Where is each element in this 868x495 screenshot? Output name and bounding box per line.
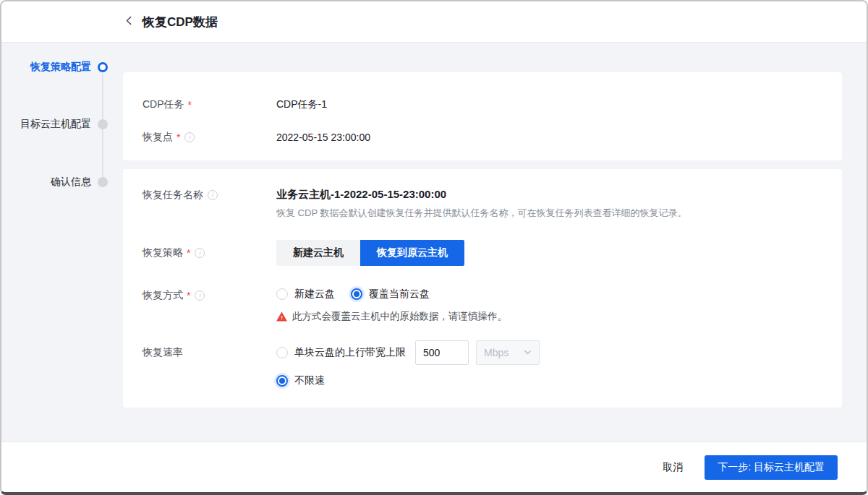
radio-selected-icon <box>351 288 362 300</box>
strategy-option-original-host[interactable]: 恢复到原云主机 <box>360 240 464 266</box>
strategy-segmented-control: 新建云主机 恢复到原云主机 <box>276 240 464 266</box>
mode-control-group: 新建云盘 覆盖当前云盘 此方式会覆盖云主机中的原始数据，请谨慎操作。 <box>276 288 507 323</box>
cdp-task-card: CDP任务 * CDP任务-1 恢复点 * i 2022-05-15 23:00… <box>123 72 842 160</box>
wizard-steps: 恢复策略配置 目标云主机配置 确认信息 <box>1 43 123 442</box>
warning-text: 此方式会覆盖云主机中的原始数据，请谨慎操作。 <box>292 310 507 323</box>
unit-select-value: Mbps <box>484 347 509 358</box>
required-asterisk: * <box>187 290 190 301</box>
step-target-host[interactable]: 目标云主机配置 <box>20 118 123 131</box>
page-body: 恢复策略配置 目标云主机配置 确认信息 CDP任务 * <box>1 43 867 442</box>
warning-triangle-icon <box>276 312 287 322</box>
rate-label: 恢复速率 <box>142 346 183 359</box>
strategy-option-new-host[interactable]: 新建云主机 <box>276 240 360 266</box>
restore-point-label: 恢复点 <box>142 131 173 144</box>
rate-control-group: 单块云盘的上行带宽上限 Mbps <box>276 340 540 387</box>
mode-label-group: 恢复方式 * i <box>142 288 276 304</box>
mode-option-label: 覆盖当前云盘 <box>369 288 430 301</box>
restore-point-row: 恢复点 * i 2022-05-15 23:00:00 <box>142 121 842 153</box>
page-header: 恢复CDP数据 <box>1 1 867 43</box>
chevron-left-icon <box>124 15 134 28</box>
step-pending-dot <box>98 119 108 129</box>
mode-label: 恢复方式 <box>142 289 183 302</box>
info-icon[interactable]: i <box>195 290 205 301</box>
mode-option-new-disk[interactable]: 新建云盘 <box>276 288 335 301</box>
overwrite-warning: 此方式会覆盖云主机中的原始数据，请谨慎操作。 <box>276 310 507 323</box>
bandwidth-input[interactable] <box>415 340 469 365</box>
restore-point-label-group: 恢复点 * i <box>142 131 276 144</box>
rate-option-bandwidth-limit[interactable]: 单块云盘的上行带宽上限 <box>276 346 406 359</box>
step-restore-strategy[interactable]: 恢复策略配置 <box>30 61 123 74</box>
radio-unselected-icon <box>276 288 288 300</box>
info-icon[interactable]: i <box>195 248 205 258</box>
rate-unlimited-line: 不限速 <box>276 374 540 387</box>
page-title: 恢复CDP数据 <box>142 14 218 30</box>
rate-option-label: 单块云盘的上行带宽上限 <box>294 346 406 359</box>
content-area: CDP任务 * CDP任务-1 恢复点 * i 2022-05-15 23:00… <box>123 43 867 442</box>
mode-option-label: 新建云盘 <box>294 288 335 301</box>
info-icon[interactable]: i <box>208 190 218 200</box>
step-label: 目标云主机配置 <box>20 118 91 131</box>
cdp-task-label: CDP任务 <box>142 98 184 111</box>
footer-action-bar: 取消 下一步: 目标云主机配置 <box>1 442 867 492</box>
step-confirm-info[interactable]: 确认信息 <box>51 176 123 189</box>
cancel-button[interactable]: 取消 <box>663 461 683 474</box>
cdp-task-row: CDP任务 * CDP任务-1 <box>142 88 842 121</box>
restore-settings-card: 恢复任务名称 i 业务云主机-1-2022-05-15-23:00:00 恢复 … <box>123 169 842 408</box>
required-asterisk: * <box>188 99 192 111</box>
rate-label-group: 恢复速率 <box>142 340 276 365</box>
radio-unselected-icon <box>276 347 288 358</box>
cdp-task-value: CDP任务-1 <box>276 98 327 111</box>
step-pending-dot <box>98 177 108 187</box>
restore-cdp-page: 恢复CDP数据 恢复策略配置 目标云主机配置 确认信息 <box>0 0 868 495</box>
rate-limit-line: 单块云盘的上行带宽上限 Mbps <box>276 340 540 365</box>
radio-selected-icon <box>276 375 288 387</box>
mode-row: 恢复方式 * i 新建云盘 覆盖当前云盘 <box>142 288 842 323</box>
step-label: 恢复策略配置 <box>30 61 91 74</box>
strategy-label: 恢复策略 <box>142 246 183 259</box>
rate-option-unlimited[interactable]: 不限速 <box>276 374 540 387</box>
cdp-task-label-group: CDP任务 * <box>142 98 276 111</box>
required-asterisk: * <box>176 132 180 143</box>
task-name-label: 恢复任务名称 <box>142 189 203 202</box>
step-active-dot <box>98 62 108 72</box>
task-name-hint: 恢复 CDP 数据会默认创建恢复任务并提供默认任务名称，可在恢复任务列表查看详细… <box>276 207 686 220</box>
step-label: 确认信息 <box>51 176 91 189</box>
task-name-row: 恢复任务名称 i 业务云主机-1-2022-05-15-23:00:00 恢复 … <box>142 188 842 220</box>
back-button[interactable] <box>124 15 134 28</box>
restore-point-value: 2022-05-15 23:00:00 <box>276 132 370 143</box>
task-name-value: 业务云主机-1-2022-05-15-23:00:00 <box>276 188 686 202</box>
rate-row: 恢复速率 单块云盘的上行带宽上限 Mbps <box>142 340 842 387</box>
mode-option-overwrite-disk[interactable]: 覆盖当前云盘 <box>351 288 430 301</box>
rate-option-label: 不限速 <box>294 374 325 387</box>
strategy-row: 恢复策略 * i 新建云主机 恢复到原云主机 <box>142 240 842 266</box>
next-step-button[interactable]: 下一步: 目标云主机配置 <box>705 455 838 480</box>
bandwidth-unit-select[interactable]: Mbps <box>476 340 540 365</box>
chevron-down-icon <box>524 347 532 358</box>
required-asterisk: * <box>187 247 190 259</box>
info-icon[interactable]: i <box>184 132 195 142</box>
mode-radio-group: 新建云盘 覆盖当前云盘 <box>276 288 507 301</box>
strategy-label-group: 恢复策略 * i <box>142 240 276 266</box>
task-name-value-group: 业务云主机-1-2022-05-15-23:00:00 恢复 CDP 数据会默认… <box>276 188 686 220</box>
task-name-label-group: 恢复任务名称 i <box>142 188 276 202</box>
